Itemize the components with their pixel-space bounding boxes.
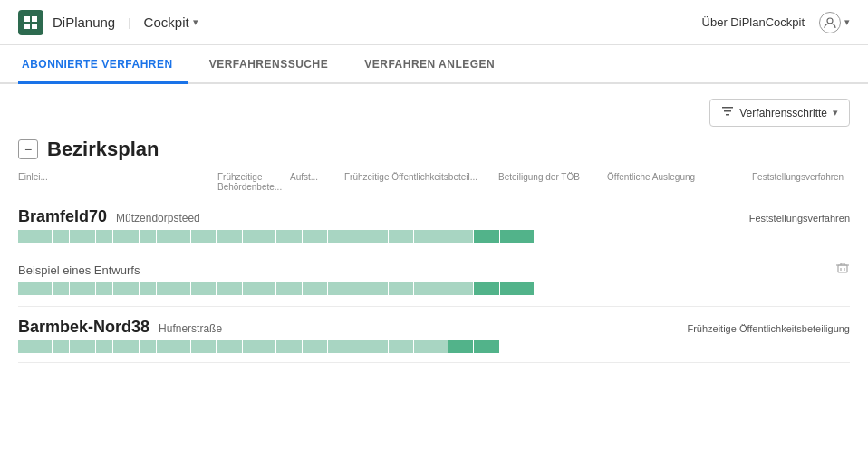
bar-seg [362, 282, 388, 295]
header-left: DiPlanung | Cockpit ▾ [18, 10, 198, 35]
collapse-button[interactable]: − [18, 139, 38, 159]
filter-icon [721, 105, 734, 120]
bar-seg-empty [535, 230, 850, 243]
user-icon [819, 12, 841, 33]
bar-seg [96, 282, 112, 295]
bar-seg [96, 230, 112, 243]
tab-verfahrenssuche[interactable]: VERFAHRENSSUCHE [195, 45, 343, 84]
cockpit-chevron-icon: ▾ [193, 16, 198, 28]
verfahrensschritte-label: Verfahrensschritte [739, 107, 827, 119]
bar-seg [303, 340, 328, 353]
row-barmbek: Barmbek-Nord38 Hufnerstraße Frühzeitige … [18, 307, 850, 363]
main-content: Verfahrensschritte ▾ − Bezirksplan Einle… [0, 84, 868, 363]
col-header-5: Öffentliche Auslegung [607, 172, 752, 192]
bar-seg [362, 340, 388, 353]
entity-name-bramfeld: Bramfeld70 [18, 207, 107, 226]
col-header-0: Einlei... [18, 172, 217, 192]
collapse-icon: − [24, 142, 32, 157]
bar-seg-active [500, 282, 534, 295]
column-headers: Einlei... Frühzeitige Behördenbete... Au… [18, 172, 850, 196]
row-draft: Beispiel eines Entwurfs [18, 252, 850, 307]
bar-seg [96, 340, 112, 353]
bar-seg [414, 230, 448, 243]
bar-seg [243, 282, 276, 295]
bar-seg-active [474, 340, 499, 353]
cockpit-label-text: Cockpit [144, 14, 189, 30]
svg-point-4 [827, 18, 833, 24]
header-right: Über DiPlanCockpit ▾ [702, 12, 850, 33]
separator: | [128, 15, 130, 29]
bar-seg [448, 230, 474, 243]
bar-seg [70, 282, 95, 295]
svg-rect-1 [32, 16, 37, 22]
user-menu[interactable]: ▾ [819, 12, 850, 33]
tab-abonnierte[interactable]: ABONNIERTE VERFAHREN [18, 45, 188, 84]
bar-seg-active [474, 230, 499, 243]
bar-seg [448, 282, 474, 295]
svg-rect-8 [838, 265, 847, 272]
entity-phase-bramfeld: Feststellungsverfahren [749, 213, 850, 224]
col-header-4: Beteiligung der TÖB [498, 172, 607, 192]
bar-seg [113, 230, 139, 243]
entity-location-barmbek: Hufnerstraße [159, 322, 222, 335]
draft-info: Beispiel eines Entwurfs [18, 257, 850, 282]
bar-seg [243, 340, 276, 353]
cockpit-nav[interactable]: Cockpit ▾ [144, 14, 198, 30]
bar-seg-active [474, 282, 499, 295]
gantt-bar-barmbek [18, 340, 850, 353]
bar-seg [276, 340, 302, 353]
bar-seg [18, 230, 52, 243]
bar-seg [18, 340, 52, 353]
about-link[interactable]: Über DiPlanCockpit [702, 15, 805, 29]
logo-icon [18, 10, 43, 35]
bar-seg [157, 282, 190, 295]
bar-seg [157, 340, 190, 353]
bar-seg [276, 282, 302, 295]
toolbar: Verfahrensschritte ▾ [18, 99, 850, 127]
col-header-6: Feststellungsverfahren [752, 172, 868, 192]
svg-rect-7 [726, 114, 729, 116]
entity-row-bramfeld: Bramfeld70 Mützendorpsteed Feststellungs… [18, 196, 850, 230]
bar-seg [113, 282, 139, 295]
col-header-2: Aufst... [290, 172, 344, 192]
bar-seg [414, 340, 448, 353]
bar-seg [191, 282, 217, 295]
gantt-bar-draft [18, 282, 850, 295]
bar-seg [217, 230, 242, 243]
bar-seg [140, 282, 156, 295]
bar-seg [243, 230, 276, 243]
bar-seg [362, 230, 388, 243]
bar-seg [328, 230, 362, 243]
svg-rect-0 [24, 16, 30, 22]
bar-seg-active [448, 340, 474, 353]
dropdown-chevron-icon: ▾ [833, 107, 838, 119]
section-title: Bezirksplan [47, 138, 159, 161]
svg-rect-2 [24, 24, 30, 29]
section-header: − Bezirksplan [18, 138, 850, 161]
bar-seg [414, 282, 448, 295]
bar-seg [276, 230, 302, 243]
user-chevron-icon: ▾ [844, 16, 850, 28]
row-bramfeld: Bramfeld70 Mützendorpsteed Feststellungs… [18, 196, 850, 252]
delete-icon[interactable] [835, 261, 850, 279]
svg-rect-5 [722, 107, 733, 109]
gantt-bar-bramfeld [18, 230, 850, 243]
svg-rect-3 [32, 24, 37, 29]
bar-seg [53, 340, 69, 353]
bar-seg-empty [535, 282, 850, 295]
tab-verfahren-anlegen[interactable]: VERFAHREN ANLEGEN [350, 45, 509, 84]
svg-rect-6 [724, 110, 731, 112]
verfahrensschritte-button[interactable]: Verfahrensschritte ▾ [709, 99, 850, 127]
bar-seg-active [500, 230, 534, 243]
col-header-3: Frühzeitige Öffentlichkeitsbeteil... [344, 172, 498, 192]
bar-seg [328, 340, 362, 353]
bar-seg [140, 230, 156, 243]
bar-seg [217, 282, 242, 295]
bar-seg [157, 230, 190, 243]
brand-name: DiPlanung [53, 14, 115, 30]
header: DiPlanung | Cockpit ▾ Über DiPlanCockpit… [0, 0, 868, 45]
bar-seg [191, 340, 217, 353]
entity-phase-barmbek: Frühzeitige Öffentlichkeitsbeteiligung [687, 323, 850, 334]
bar-seg [328, 282, 362, 295]
bar-seg [53, 282, 69, 295]
